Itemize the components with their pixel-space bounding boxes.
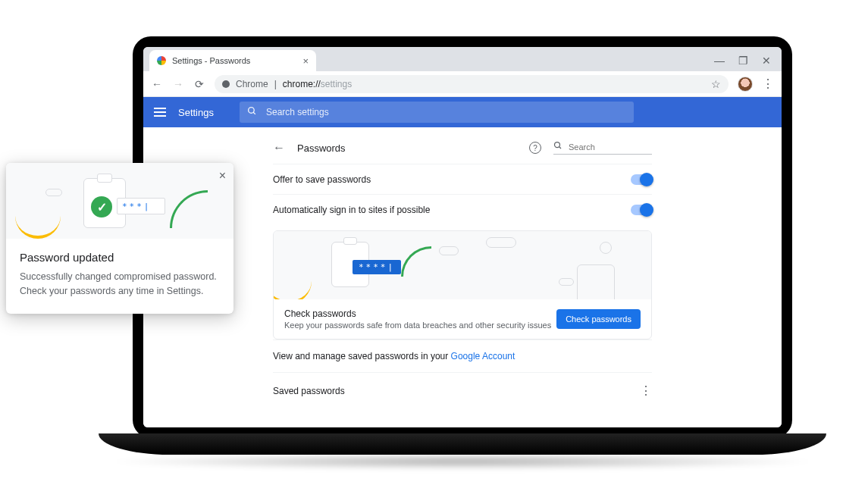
screen: Settings - Passwords × — ❐ ✕ ← → ⟳ Chrom… xyxy=(143,47,782,427)
menu-icon[interactable] xyxy=(154,108,166,117)
panel-search-input[interactable] xyxy=(569,142,652,152)
autosignin-toggle[interactable] xyxy=(631,205,652,215)
forward-icon: → xyxy=(172,78,184,90)
passwords-panel: ← Passwords ? Offer to save passwords xyxy=(273,127,652,427)
tab-strip: Settings - Passwords × — ❐ ✕ xyxy=(143,47,782,71)
google-account-link[interactable]: Google Account xyxy=(451,351,515,361)
check-badge-icon: ✓ xyxy=(91,196,112,217)
svg-point-0 xyxy=(249,108,255,114)
popup-line2: Check your passwords any time in Setting… xyxy=(20,284,220,299)
autosignin-label: Automatically sign in to sites if possib… xyxy=(273,205,430,215)
saved-passwords-header: Saved passwords ⋮ xyxy=(273,372,652,408)
panel-title: Passwords xyxy=(297,142,346,154)
popup-title: Password updated xyxy=(20,251,220,264)
password-chip-icon: ****| xyxy=(353,260,401,274)
laptop-base xyxy=(99,433,826,455)
offer-save-row: Offer to save passwords xyxy=(273,164,652,194)
search-icon xyxy=(247,106,257,118)
offer-save-label: Offer to save passwords xyxy=(273,174,371,185)
svg-line-3 xyxy=(559,147,562,149)
omnibox-divider: | xyxy=(274,79,277,89)
omnibox-label: Chrome xyxy=(236,79,268,89)
svg-point-2 xyxy=(555,142,560,148)
profile-avatar[interactable] xyxy=(738,77,753,92)
saved-more-icon[interactable]: ⋮ xyxy=(640,383,652,398)
tab-title: Settings - Passwords xyxy=(172,56,296,65)
tab-close-icon[interactable]: × xyxy=(302,55,309,67)
manage-passwords-prefix: View and manage saved passwords in your xyxy=(273,351,451,361)
settings-body: ← Passwords ? Offer to save passwords xyxy=(143,127,782,427)
popup-illustration: × ✓ ***| xyxy=(6,163,233,239)
popup-close-icon[interactable]: × xyxy=(219,169,226,183)
google-favicon-icon xyxy=(157,56,166,65)
offer-save-toggle[interactable] xyxy=(631,174,652,185)
settings-title: Settings xyxy=(178,107,214,118)
site-info-icon[interactable] xyxy=(222,80,230,88)
search-icon xyxy=(553,141,562,152)
saved-passwords-label: Saved passwords xyxy=(273,386,345,396)
settings-search-placeholder: Search settings xyxy=(266,107,329,117)
check-passwords-button[interactable]: Check passwords xyxy=(556,309,641,329)
minimize-icon[interactable]: — xyxy=(714,55,725,67)
browser-menu-icon[interactable]: ⋮ xyxy=(762,77,774,91)
panel-back-icon[interactable]: ← xyxy=(273,141,285,155)
omnibox[interactable]: Chrome | chrome://settings ☆ xyxy=(215,75,729,93)
settings-search[interactable]: Search settings xyxy=(240,102,634,123)
popup-line1: Successfully changed compromised passwor… xyxy=(20,270,220,284)
back-icon[interactable]: ← xyxy=(151,78,163,90)
window-controls: — ❐ ✕ xyxy=(714,50,782,71)
check-passwords-card: ****| Check passwords Keep your password… xyxy=(273,230,652,340)
password-field-icon: ***| xyxy=(117,198,165,214)
manage-passwords-row: View and manage saved passwords in your … xyxy=(273,340,652,372)
laptop-shadow xyxy=(106,453,819,470)
password-updated-popup: × ✓ ***| Password updated Successfully c… xyxy=(6,163,233,314)
svg-line-1 xyxy=(253,112,255,114)
check-passwords-row: Check passwords Keep your passwords safe… xyxy=(274,299,651,339)
close-window-icon[interactable]: ✕ xyxy=(762,55,771,67)
panel-search[interactable] xyxy=(553,141,652,155)
url-scheme: chrome:// xyxy=(283,79,321,89)
autosignin-row: Automatically sign in to sites if possib… xyxy=(273,194,652,224)
browser-toolbar: ← → ⟳ Chrome | chrome://settings ☆ ⋮ xyxy=(143,71,782,97)
check-subtitle: Keep your passwords safe from data breac… xyxy=(284,321,551,330)
bookmark-star-icon[interactable]: ☆ xyxy=(711,78,721,90)
reload-icon[interactable]: ⟳ xyxy=(193,78,205,90)
maximize-icon[interactable]: ❐ xyxy=(738,55,748,67)
panel-header: ← Passwords ? xyxy=(273,138,652,164)
url-path: settings xyxy=(321,79,352,89)
help-icon[interactable]: ? xyxy=(529,142,541,154)
browser-tab[interactable]: Settings - Passwords × xyxy=(149,50,316,71)
settings-app-bar: Settings Search settings xyxy=(143,97,782,127)
check-hero-illustration: ****| xyxy=(274,231,651,299)
check-title: Check passwords xyxy=(284,308,551,319)
